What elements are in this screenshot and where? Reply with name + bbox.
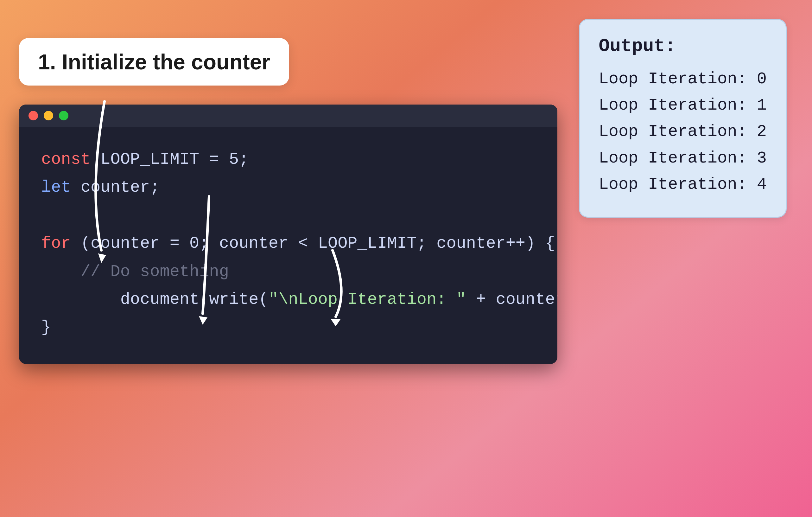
window-minimize-button[interactable] bbox=[44, 111, 53, 120]
code-line-3 bbox=[41, 202, 535, 230]
output-title: Output: bbox=[599, 36, 767, 56]
window-titlebar bbox=[19, 105, 557, 127]
output-line-1: Loop Iteration: 1 bbox=[599, 92, 767, 118]
code-line-7: } bbox=[41, 314, 535, 342]
output-line-0: Loop Iteration: 0 bbox=[599, 66, 767, 92]
bubble-initialize-counter: 1. Initialize the counter bbox=[19, 38, 289, 86]
window-maximize-button[interactable] bbox=[59, 111, 68, 120]
output-line-4: Loop Iteration: 4 bbox=[599, 171, 767, 198]
code-line-4: for (counter = 0; counter < LOOP_LIMIT; … bbox=[41, 230, 535, 258]
code-body: const LOOP_LIMIT = 5; let counter; for (… bbox=[19, 127, 557, 364]
code-line-6: document.write("\nLoop Iteration: " + co… bbox=[41, 286, 535, 314]
bubble-initialize-counter-label: 1. Initialize the counter bbox=[38, 50, 270, 74]
output-line-3: Loop Iteration: 3 bbox=[599, 145, 767, 171]
output-panel: Output: Loop Iteration: 0 Loop Iteration… bbox=[579, 19, 787, 218]
code-line-1: const LOOP_LIMIT = 5; bbox=[41, 146, 535, 174]
code-line-5: // Do something bbox=[41, 258, 535, 286]
window-close-button[interactable] bbox=[29, 111, 38, 120]
output-line-2: Loop Iteration: 2 bbox=[599, 118, 767, 145]
code-line-2: let counter; bbox=[41, 174, 535, 201]
code-window: const LOOP_LIMIT = 5; let counter; for (… bbox=[19, 105, 557, 364]
